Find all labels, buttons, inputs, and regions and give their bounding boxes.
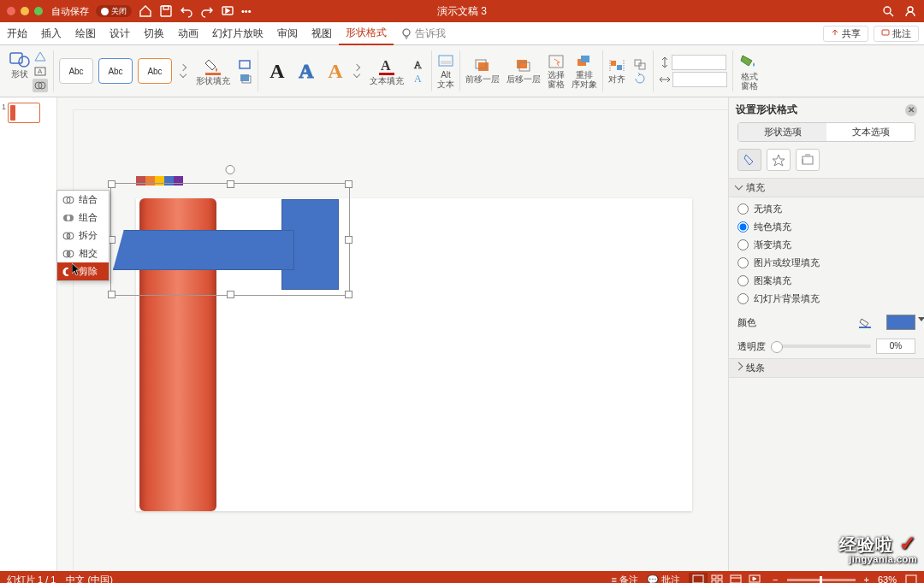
fill-gradient[interactable]: 渐变填充 <box>737 238 915 251</box>
edit-shape-icon[interactable] <box>33 50 48 63</box>
notes-toggle[interactable]: ≡ 备注 <box>612 574 638 584</box>
fill-pattern[interactable]: 图案填充 <box>737 274 915 287</box>
slideshow-view-icon[interactable] <box>745 573 764 583</box>
fill-bucket-icon[interactable] <box>859 316 873 328</box>
resize-handle-ne[interactable] <box>345 180 352 188</box>
selection-pane[interactable]: 选择 窗格 <box>544 47 568 95</box>
normal-view-icon[interactable] <box>689 573 708 583</box>
opacity-slider[interactable] <box>771 344 871 348</box>
save-icon[interactable] <box>159 4 173 18</box>
maximize-window[interactable] <box>34 7 43 15</box>
tab-animations[interactable]: 动画 <box>171 22 205 44</box>
resize-handle-e[interactable] <box>345 236 352 244</box>
rotate-icon[interactable] <box>632 71 648 85</box>
merge-subtract[interactable]: 剪除 <box>57 262 109 280</box>
style-preset-2[interactable]: Abc <box>98 58 133 84</box>
tab-insert[interactable]: 插入 <box>34 22 68 44</box>
tab-shape-options[interactable]: 形状选项 <box>738 123 826 141</box>
share-button[interactable]: 共享 <box>823 26 868 42</box>
fill-solid[interactable]: 纯色填充 <box>737 221 915 233</box>
home-icon[interactable] <box>139 4 152 18</box>
fill-none[interactable]: 无填充 <box>737 203 915 215</box>
style-preset-1[interactable]: Abc <box>59 58 93 84</box>
shape-effects-icon[interactable] <box>237 71 252 85</box>
alt-text-group[interactable]: Alt 文本 <box>434 47 458 95</box>
text-fill-icon[interactable]: A <box>377 56 396 75</box>
close-pane-icon[interactable]: ✕ <box>905 104 917 116</box>
resize-handle-se[interactable] <box>345 291 352 298</box>
text-effects-icon[interactable]: A <box>411 71 426 85</box>
zoom-out[interactable]: − <box>773 574 778 583</box>
tab-design[interactable]: 设计 <box>103 22 137 44</box>
comments-toggle[interactable]: 💬 批注 <box>647 574 680 584</box>
resize-handle-s[interactable] <box>227 291 234 298</box>
merge-intersect[interactable]: 相交 <box>57 244 109 262</box>
fill-color-picker[interactable] <box>886 315 915 330</box>
tell-me[interactable]: 告诉我 <box>394 22 453 44</box>
tab-text-options[interactable]: 文本选项 <box>826 123 915 141</box>
style-gallery-more[interactable] <box>177 59 189 83</box>
merge-union[interactable]: 结合 <box>57 191 109 209</box>
language-indicator[interactable]: 中文 (中国) <box>66 574 112 584</box>
qat-more[interactable]: ••• <box>241 6 252 16</box>
bring-forward[interactable]: 前移一层 <box>462 47 503 95</box>
align-group[interactable]: 对齐 <box>605 47 629 95</box>
minimize-window[interactable] <box>21 7 29 15</box>
zoom-slider[interactable] <box>787 579 856 581</box>
section-fill-header[interactable]: 填充 <box>729 178 924 197</box>
tab-slideshow[interactable]: 幻灯片放映 <box>205 22 270 44</box>
slide-canvas[interactable] <box>57 97 728 571</box>
redo-icon[interactable] <box>200 4 214 18</box>
thumbnail-1[interactable]: 1 <box>2 103 55 123</box>
width-field[interactable] <box>672 72 727 87</box>
height-field[interactable] <box>672 55 726 70</box>
send-backward[interactable]: 后移一层 <box>503 47 544 95</box>
text-outline-icon[interactable]: A <box>411 57 426 71</box>
merge-fragment[interactable]: 拆分 <box>57 227 109 244</box>
resize-handle-sw[interactable] <box>108 291 116 298</box>
tab-home[interactable]: 开始 <box>0 22 34 44</box>
fill-slide-bg[interactable]: 幻灯片背景填充 <box>737 292 915 305</box>
sorter-view-icon[interactable] <box>708 573 726 583</box>
autosave-toggle[interactable]: 关闭 <box>96 5 132 17</box>
wordart-preset-1[interactable]: A <box>264 58 291 84</box>
tab-view[interactable]: 视图 <box>305 22 339 44</box>
reading-view-icon[interactable] <box>726 573 745 583</box>
account-icon[interactable] <box>903 4 917 18</box>
effects-tab-icon[interactable] <box>767 149 791 171</box>
tab-draw[interactable]: 绘图 <box>68 22 103 44</box>
text-box-icon[interactable]: A <box>33 64 48 78</box>
insert-shape-icon[interactable] <box>9 50 31 68</box>
undo-icon[interactable] <box>180 4 193 18</box>
wordart-preset-3[interactable]: A <box>322 58 349 84</box>
tab-review[interactable]: 审阅 <box>270 22 305 44</box>
opacity-value[interactable]: 0% <box>876 339 915 354</box>
fill-line-tab-icon[interactable] <box>737 149 761 171</box>
close-window[interactable] <box>7 7 15 15</box>
style-preset-3[interactable]: Abc <box>138 58 172 84</box>
section-line-header[interactable]: 线条 <box>729 358 924 378</box>
reorder-objects[interactable]: 重排 序对象 <box>568 47 601 95</box>
resize-handle-n[interactable] <box>227 180 234 188</box>
merge-shapes-icon[interactable] <box>33 79 48 92</box>
format-pane-button[interactable]: 格式 窗格 <box>735 47 764 95</box>
shape-outline-icon[interactable] <box>237 57 252 71</box>
zoom-level[interactable]: 63% <box>878 574 897 583</box>
zoom-in[interactable]: + <box>864 574 869 583</box>
tab-transitions[interactable]: 切换 <box>137 22 171 44</box>
comments-button[interactable]: 批注 <box>874 26 919 42</box>
resize-handle-nw[interactable] <box>108 180 116 188</box>
wordart-preset-2[interactable]: A <box>293 58 320 84</box>
search-icon[interactable] <box>881 4 895 18</box>
fill-picture[interactable]: 图片或纹理填充 <box>737 256 915 269</box>
rotate-handle[interactable] <box>226 165 235 174</box>
from-beginning-icon[interactable] <box>221 4 234 18</box>
wordart-gallery-more[interactable] <box>351 59 363 83</box>
shape-fill-icon[interactable] <box>204 56 222 75</box>
tab-shape-format[interactable]: 形状格式 <box>339 21 394 45</box>
merge-combine[interactable]: 组合 <box>57 209 109 227</box>
size-tab-icon[interactable] <box>796 149 820 171</box>
slide-counter[interactable]: 幻灯片 1 / 1 <box>7 574 56 584</box>
fit-to-window-icon[interactable] <box>905 574 917 583</box>
group-icon[interactable] <box>632 57 648 71</box>
